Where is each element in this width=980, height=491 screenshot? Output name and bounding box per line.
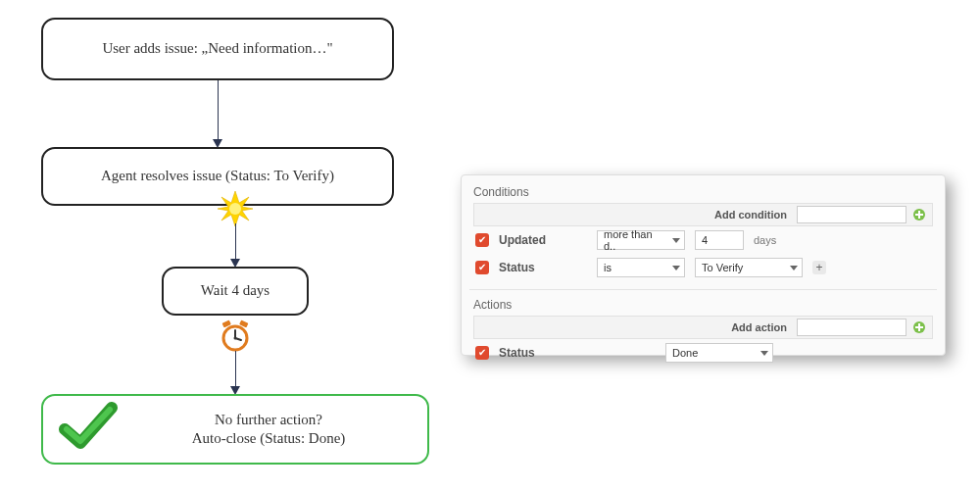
- connector: [218, 80, 219, 139]
- add-icon[interactable]: [912, 208, 926, 221]
- add-action-bar: Add action: [473, 316, 933, 339]
- flow-step-label: Agent resolves issue (Status: To Verify): [101, 167, 334, 186]
- divider: [469, 289, 937, 290]
- connector: [235, 223, 236, 259]
- conditions-heading: Conditions: [473, 185, 933, 199]
- diagram-stage: User adds issue: „Need information…" Age…: [0, 0, 980, 491]
- flow-step-label: Auto-close (Status: Done): [192, 429, 346, 449]
- checkbox-icon[interactable]: ✔: [475, 233, 489, 247]
- actions-heading: Actions: [473, 298, 933, 312]
- add-icon[interactable]: [912, 320, 926, 334]
- add-icon[interactable]: +: [812, 261, 826, 274]
- add-condition-select[interactable]: [797, 206, 906, 223]
- add-action-select[interactable]: [797, 319, 906, 336]
- chevron-down-icon: [760, 351, 768, 356]
- action-field-label: Status: [499, 346, 587, 360]
- unit-label: days: [754, 234, 776, 246]
- value-select[interactable]: To Verify: [695, 258, 803, 277]
- add-action-label: Add action: [731, 321, 787, 333]
- select-text: more than d..: [604, 228, 666, 252]
- action-row-status: ✔ Status Done: [473, 339, 933, 367]
- condition-field-label: Status: [499, 261, 587, 274]
- sun-icon: [216, 189, 255, 228]
- condition-row-updated: ✔ Updated more than d.. 4 days: [473, 226, 933, 254]
- svg-rect-13: [915, 326, 923, 328]
- rules-panel: Conditions Add condition ✔ Updated more …: [461, 174, 946, 356]
- value-select[interactable]: Done: [665, 343, 773, 363]
- checkbox-icon[interactable]: ✔: [475, 261, 489, 274]
- connector: [235, 351, 236, 386]
- select-text: To Verify: [702, 262, 743, 273]
- add-condition-label: Add condition: [714, 209, 787, 221]
- flow-step-label: Wait 4 days: [201, 281, 270, 301]
- condition-row-status: ✔ Status is To Verify +: [473, 254, 933, 281]
- flow-step-user-adds-issue: User adds issue: „Need information…": [41, 18, 394, 80]
- svg-point-7: [234, 337, 237, 340]
- checkbox-icon[interactable]: ✔: [475, 346, 489, 360]
- svg-point-1: [229, 203, 241, 215]
- flow-step-wait: Wait 4 days: [162, 267, 309, 316]
- chevron-down-icon: [790, 266, 798, 270]
- operator-select[interactable]: is: [597, 258, 685, 277]
- flow-step-label: User adds issue: „Need information…": [102, 39, 332, 59]
- value-input[interactable]: 4: [695, 230, 744, 250]
- condition-field-label: Updated: [499, 233, 587, 247]
- chevron-down-icon: [672, 266, 680, 270]
- flow-step-label: No further action?: [192, 411, 346, 430]
- checkmark-icon: [59, 402, 118, 451]
- add-condition-bar: Add condition: [473, 203, 933, 226]
- chevron-down-icon: [672, 238, 680, 243]
- clock-icon: [218, 319, 253, 354]
- svg-rect-10: [915, 214, 923, 216]
- operator-select[interactable]: more than d..: [597, 230, 685, 250]
- select-text: is: [604, 262, 612, 273]
- input-text: 4: [702, 234, 708, 246]
- select-text: Done: [672, 347, 698, 359]
